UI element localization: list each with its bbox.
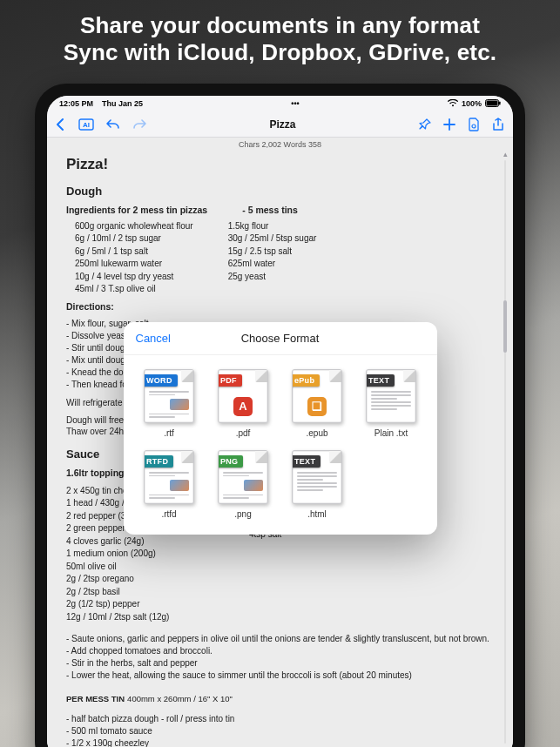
ipad-frame: 12:05 PM Thu Jan 25 ••• 100% [35, 84, 525, 747]
format-label: .html [307, 509, 327, 519]
format-band: TEXT [366, 374, 395, 387]
file-icon: RTFD [144, 450, 194, 504]
ipad-screen: 12:05 PM Thu Jan 25 ••• 100% [47, 96, 513, 747]
format-option-pdf[interactable]: PDFA.pdf [210, 369, 277, 438]
format-option-Plaintxt[interactable]: TEXTPlain .txt [358, 369, 425, 438]
format-label: .pdf [236, 428, 251, 438]
file-icon: WORD [144, 369, 194, 423]
promo-line-2: Sync with iCloud, Dropbox, GDrive, etc. [9, 39, 551, 66]
format-option-rtf[interactable]: WORD.rtf [136, 369, 203, 438]
format-label: .rtf [164, 428, 174, 438]
file-icon: PDFA [218, 369, 268, 423]
file-icon: PNG [218, 450, 268, 504]
format-band: RTFD [144, 455, 173, 468]
format-band: PDF [218, 374, 242, 387]
format-option-epub[interactable]: ePub❏.epub [284, 369, 351, 438]
promo-text: Share your documents in any format Sync … [0, 0, 560, 72]
format-band: ePub [292, 374, 320, 387]
modal-backdrop: Cancel Choose Format WORD.rtfPDFA.pdfePu… [47, 96, 513, 747]
format-option-png[interactable]: PNG.png [210, 450, 277, 519]
promo-line-1: Share your documents in any format [9, 12, 551, 39]
format-band: WORD [144, 374, 178, 387]
format-band: PNG [218, 455, 243, 468]
marketing-stage: Share your documents in any format Sync … [0, 0, 560, 747]
file-icon: ePub❏ [292, 369, 342, 423]
format-label: Plain .txt [374, 428, 408, 438]
format-label: .epub [306, 428, 327, 438]
format-grid: WORD.rtfPDFA.pdfePub❏.epubTEXTPlain .txt… [124, 355, 437, 519]
cancel-button[interactable]: Cancel [136, 332, 171, 345]
format-option-rtfd[interactable]: RTFD.rtfd [136, 450, 203, 519]
format-option-html[interactable]: TEXT.html [284, 450, 351, 519]
file-icon: TEXT [366, 369, 416, 423]
choose-format-modal: Cancel Choose Format WORD.rtfPDFA.pdfePu… [124, 322, 437, 535]
format-label: .png [234, 509, 251, 519]
file-icon: TEXT [292, 450, 342, 504]
format-band: TEXT [292, 455, 320, 468]
format-label: .rtfd [161, 509, 176, 519]
